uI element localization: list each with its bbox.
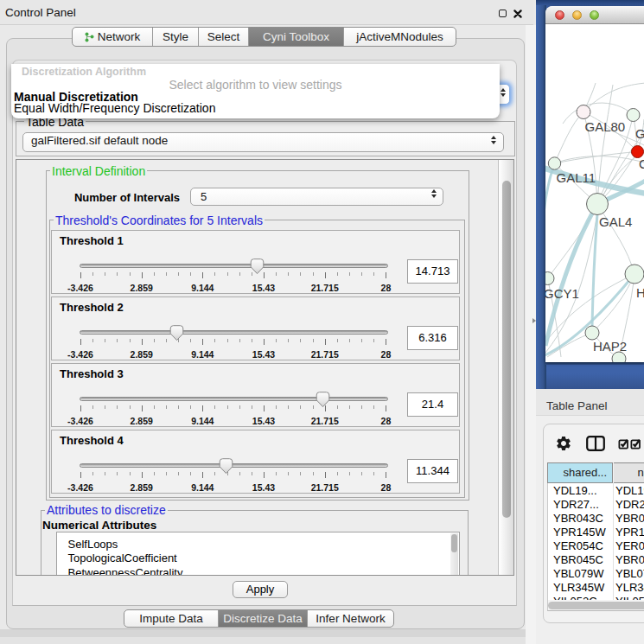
svg-text:GAL11: GAL11 <box>557 170 596 185</box>
svg-text:GCY1: GCY1 <box>545 286 579 301</box>
svg-text:GAL80: GAL80 <box>585 119 626 134</box>
svg-text:GAL4: GAL4 <box>599 214 632 229</box>
svg-text:HAP2: HAP2 <box>593 339 627 354</box>
svg-text:HA: HA <box>636 285 644 300</box>
svg-text:GA: GA <box>635 126 644 141</box>
svg-text:CY: CY <box>639 156 644 171</box>
